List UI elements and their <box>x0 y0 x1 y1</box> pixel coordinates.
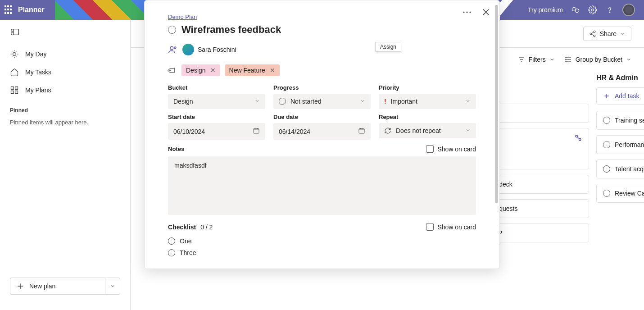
collapse-nav-icon[interactable] <box>10 27 20 37</box>
progress-value: Not started <box>290 98 321 105</box>
start-date-input[interactable]: 06/10/2024 <box>168 123 265 140</box>
nav-my-plans[interactable]: My Plans <box>0 81 130 99</box>
nav-label: My Plans <box>25 87 51 94</box>
modal-scrollbar[interactable] <box>495 5 498 203</box>
tag-icon[interactable] <box>166 64 179 77</box>
svg-rect-6 <box>11 87 14 90</box>
notes-textarea[interactable]: maksdfasdf <box>168 156 476 215</box>
new-plan-dropdown[interactable] <box>105 278 120 295</box>
priority-label: Priority <box>379 84 476 91</box>
calendar-icon <box>253 127 260 136</box>
add-task-button[interactable]: Add task <box>596 87 644 105</box>
svg-point-18 <box>463 11 464 13</box>
chevron-down-icon <box>360 98 365 105</box>
notes-label: Notes <box>168 146 184 152</box>
checklist-count: 0 / 2 <box>200 223 213 231</box>
repeat-value: Does not repeat <box>396 127 441 134</box>
checklist-circle-icon[interactable] <box>168 237 175 245</box>
due-date-input[interactable]: 06/14/2024 <box>273 123 371 140</box>
plus-icon <box>603 92 610 100</box>
task-card[interactable]: Training ses <box>596 111 644 130</box>
more-options-icon[interactable] <box>462 7 472 18</box>
complete-task-circle[interactable] <box>168 26 176 34</box>
task-card[interactable]: Performance <box>596 135 644 154</box>
tag-chip[interactable]: Design✕ <box>181 64 220 76</box>
app-name: Planner <box>18 6 45 14</box>
due-date-label: Due date <box>273 114 371 120</box>
grid-icon <box>10 86 19 95</box>
start-date-label: Start date <box>168 114 265 120</box>
svg-rect-8 <box>11 91 14 94</box>
checklist-circle-icon[interactable] <box>168 249 175 256</box>
new-plan-label: New plan <box>29 283 55 290</box>
svg-point-22 <box>174 47 176 49</box>
progress-dropdown[interactable]: Not started <box>273 94 371 109</box>
svg-point-5 <box>13 53 16 56</box>
chevron-down-icon <box>465 98 471 105</box>
checklist-label: Checklist <box>168 223 196 231</box>
assignee-avatar <box>182 44 194 55</box>
task-title-heading[interactable]: Wireframes feedback <box>181 24 281 36</box>
chevron-down-icon <box>465 127 471 134</box>
task-title: Review Can <box>615 190 644 197</box>
new-plan-button[interactable]: New plan <box>10 278 105 295</box>
user-avatar[interactable] <box>622 4 635 16</box>
repeat-label: Repeat <box>379 114 476 120</box>
tag-chip[interactable]: New Feature✕ <box>225 64 280 76</box>
svg-point-1 <box>575 9 579 13</box>
pinned-section-label: Pinned <box>0 99 130 116</box>
app-launcher-icon[interactable] <box>5 5 14 14</box>
close-icon[interactable] <box>481 7 491 18</box>
settings-icon[interactable] <box>588 5 597 14</box>
checklist-item-label: Three <box>180 249 196 256</box>
progress-label: Progress <box>273 84 371 91</box>
tag-label: Design <box>186 67 206 74</box>
priority-value: Important <box>391 98 417 105</box>
left-nav: My Day My Tasks My Plans Pinned Pinned i… <box>0 20 131 310</box>
svg-point-21 <box>170 46 173 50</box>
bucket-dropdown[interactable]: Design <box>168 94 265 109</box>
priority-dropdown[interactable]: ! Important <box>379 94 476 109</box>
remove-tag-icon[interactable]: ✕ <box>270 67 275 74</box>
calendar-icon <box>358 127 365 136</box>
svg-rect-25 <box>359 128 364 133</box>
bucket-label: Bucket <box>168 84 265 91</box>
svg-rect-4 <box>11 29 19 35</box>
copilot-icon[interactable] <box>571 5 580 14</box>
complete-circle-icon[interactable] <box>603 190 610 197</box>
svg-point-3 <box>609 12 610 12</box>
nav-my-tasks[interactable]: My Tasks <box>0 63 130 81</box>
checklist-show-on-card-toggle[interactable]: Show on card <box>426 223 476 231</box>
complete-circle-icon[interactable] <box>603 117 610 124</box>
task-detail-modal: Demo Plan Wireframes feedback Sara Fosch… <box>144 0 500 269</box>
task-card[interactable]: Talent acqu <box>596 160 644 178</box>
plus-icon <box>16 282 25 291</box>
subtasks-icon <box>574 134 582 142</box>
checklist-item-label: One <box>180 237 191 245</box>
complete-circle-icon[interactable] <box>603 165 610 173</box>
checklist-item[interactable]: Three <box>168 247 476 259</box>
pinned-empty-text: Pinned items will appear here. <box>0 116 130 128</box>
assign-tooltip: Assign <box>375 42 401 52</box>
tag-label: New Feature <box>229 67 265 74</box>
bucket-value: Design <box>173 98 193 105</box>
assign-person-icon[interactable] <box>168 45 177 54</box>
add-task-label: Add task <box>615 92 639 100</box>
task-title: Talent acqu <box>615 165 644 173</box>
svg-point-23 <box>169 70 171 71</box>
help-icon[interactable] <box>605 5 614 14</box>
try-premium-label: Try premium <box>528 6 563 14</box>
task-card[interactable]: Review Can <box>596 184 644 203</box>
assignee-chip[interactable]: Sara Foschini <box>182 44 236 55</box>
checkbox-icon <box>426 145 434 153</box>
home-icon <box>10 68 19 77</box>
svg-point-19 <box>466 11 467 13</box>
nav-my-day[interactable]: My Day <box>0 45 130 63</box>
plan-breadcrumb-link[interactable]: Demo Plan <box>168 14 197 20</box>
complete-circle-icon[interactable] <box>603 141 610 148</box>
svg-point-20 <box>469 11 471 13</box>
notes-show-on-card-toggle[interactable]: Show on card <box>426 145 476 153</box>
repeat-dropdown[interactable]: Does not repeat <box>379 123 476 138</box>
remove-tag-icon[interactable]: ✕ <box>210 67 216 74</box>
checklist-item[interactable]: One <box>168 235 476 247</box>
